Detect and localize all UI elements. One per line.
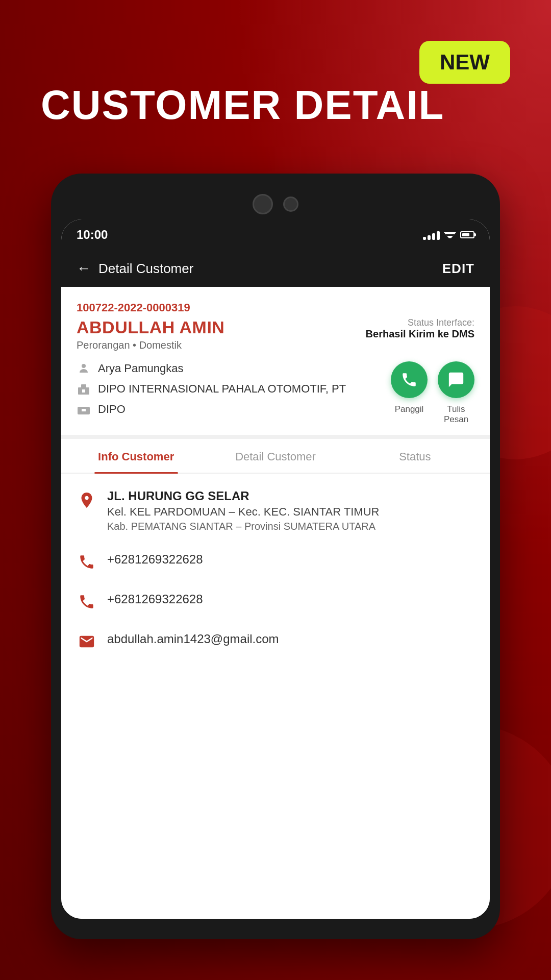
new-badge: NEW — [419, 41, 510, 84]
customer-id: 100722-2022-0000319 — [77, 301, 474, 314]
email-address[interactable]: abdullah.amin1423@gmail.com — [107, 630, 279, 648]
tab-detail-customer[interactable]: Detail Customer — [206, 439, 345, 473]
phone2-number[interactable]: +6281269322628 — [107, 591, 203, 608]
message-label: Tulis Pesan — [438, 404, 474, 425]
app-header: ← Detail Customer EDIT — [61, 250, 490, 287]
call-button[interactable] — [391, 361, 428, 398]
svg-point-4 — [82, 364, 86, 368]
page-title: CUSTOMER DETAIL — [41, 82, 444, 129]
status-bar: 10:00 — [61, 219, 490, 250]
info-customer-section: JL. HURUNG GG SELAR Kel. KEL PARDOMUAN –… — [61, 474, 490, 685]
svg-rect-6 — [81, 384, 86, 388]
battery-icon — [460, 231, 474, 238]
tab-status[interactable]: Status — [345, 439, 485, 473]
content-area: 100722-2022-0000319 ABDULLAH AMIN Perora… — [61, 287, 490, 919]
phone2-item: +6281269322628 — [77, 591, 474, 612]
info-list: Arya Pamungkas DIPO INTERN — [77, 361, 391, 423]
address-text: JL. HURUNG GG SELAR Kel. KEL PARDOMUAN –… — [107, 489, 474, 532]
phone1-icon — [77, 552, 97, 572]
company-name: DIPO INTERNASIONAL PAHALA OTOMOTIF, PT — [98, 382, 346, 396]
wifi-icon — [444, 230, 456, 239]
branch-icon — [77, 402, 91, 416]
tabs-container: Info Customer Detail Customer Status — [61, 439, 490, 474]
address-street: JL. HURUNG GG SELAR — [107, 489, 474, 503]
address-kel-kec: Kel. KEL PARDOMUAN – Kec. KEC. SIANTAR T… — [107, 505, 474, 519]
camera-area — [61, 184, 490, 219]
customer-name: ABDULLAH AMIN — [77, 317, 224, 337]
header-title: Detail Customer — [98, 261, 193, 277]
phone2-icon — [77, 592, 97, 612]
status-bar-time: 10:00 — [77, 228, 108, 242]
header-left[interactable]: ← Detail Customer — [77, 260, 193, 277]
phone-mockup: 10:00 — [51, 174, 500, 939]
status-interface: Status Interface: Berhasil Kirim ke DMS — [366, 317, 474, 340]
svg-rect-10 — [80, 407, 82, 409]
action-buttons: Panggil Tulis Pesan — [391, 361, 474, 425]
svg-rect-9 — [82, 409, 86, 411]
phone-screen: 10:00 — [61, 219, 490, 919]
person-icon — [77, 361, 91, 376]
email-icon — [77, 631, 97, 652]
company-icon — [77, 382, 91, 396]
svg-rect-7 — [82, 389, 85, 393]
company-row: DIPO INTERNASIONAL PAHALA OTOMOTIF, PT — [77, 382, 391, 396]
customer-card: 100722-2022-0000319 ABDULLAH AMIN Perora… — [61, 287, 490, 439]
location-icon — [77, 490, 97, 510]
status-icons — [423, 230, 474, 240]
message-button[interactable] — [438, 361, 474, 398]
person-row: Arya Pamungkas — [77, 361, 391, 376]
customer-type: Perorangan • Domestik — [77, 339, 224, 351]
phone1-number[interactable]: +6281269322628 — [107, 551, 203, 568]
address-item: JL. HURUNG GG SELAR Kel. KEL PARDOMUAN –… — [77, 489, 474, 532]
branch-row: DIPO — [77, 402, 391, 416]
camera-lens-main — [253, 194, 273, 214]
tab-info-customer[interactable]: Info Customer — [66, 439, 206, 473]
camera-lens-secondary — [283, 197, 298, 212]
address-kab-prov: Kab. PEMATANG SIANTAR – Provinsi SUMATER… — [107, 521, 474, 532]
branch-name: DIPO — [98, 403, 126, 416]
svg-rect-11 — [86, 407, 88, 409]
edit-button[interactable]: EDIT — [442, 261, 474, 277]
back-arrow-icon[interactable]: ← — [77, 260, 91, 277]
call-label: Panggil — [391, 404, 428, 425]
signal-icon — [423, 230, 440, 240]
phone1-item: +6281269322628 — [77, 551, 474, 572]
status-value: Berhasil Kirim ke DMS — [366, 328, 474, 340]
email-item: abdullah.amin1423@gmail.com — [77, 630, 474, 652]
person-name: Arya Pamungkas — [98, 362, 184, 375]
status-label: Status Interface: — [366, 317, 474, 328]
